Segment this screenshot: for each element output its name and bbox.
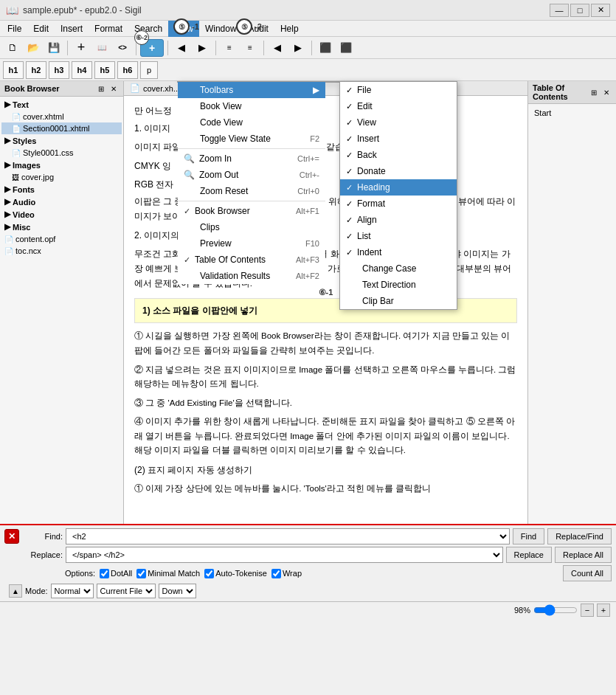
tree-toc-ncx[interactable]: 📄 toc.ncx <box>1 245 122 257</box>
menu-help[interactable]: Help <box>274 21 305 37</box>
submenu-indent[interactable]: ✓ Indent <box>340 244 457 260</box>
menu-file[interactable]: File <box>1 21 27 37</box>
heading-h1-button[interactable]: h1 <box>3 61 24 79</box>
book-view-button[interactable]: 📖 <box>92 39 111 57</box>
view-toc-item[interactable]: ✓ Table Of Contents Alt+F3 <box>178 252 325 268</box>
submenu-changecase[interactable]: Change Case <box>340 260 457 277</box>
tree-style0001[interactable]: 📄 Style0001.css <box>1 147 122 159</box>
tree-section0001[interactable]: 📄 Section0001.xhtml <box>1 122 122 134</box>
submenu-align[interactable]: ✓ Align <box>340 212 457 228</box>
toolbar-separator3 <box>167 41 168 55</box>
scope-select[interactable]: Current File All Files <box>97 584 156 598</box>
view-bookbrowser-item[interactable]: ✓ Book Browser Alt+F1 <box>178 203 325 219</box>
heading-h5-button[interactable]: h5 <box>94 61 115 79</box>
view-toolbars-item[interactable]: Toolbars ▶ <box>178 82 325 98</box>
dotall-option[interactable]: DotAll <box>100 569 132 578</box>
indent-out[interactable]: ◀ <box>268 39 287 57</box>
zoom-out-button[interactable]: − <box>581 604 594 617</box>
direction-select[interactable]: Down Up <box>159 584 196 598</box>
replace-find-button[interactable]: Replace/Find <box>547 528 612 544</box>
mode-select[interactable]: Normal Regex <box>51 584 94 598</box>
heading-h4-button[interactable]: h4 <box>72 61 92 79</box>
mode-prev-button[interactable]: ▲ <box>9 584 22 598</box>
save-button[interactable]: 💾 <box>44 39 63 57</box>
check-toc: ✓ <box>184 255 190 265</box>
menu-format[interactable]: Format <box>89 21 128 37</box>
menu-edit[interactable]: Edit <box>27 21 55 37</box>
tree-images-folder[interactable]: ▶ Images <box>1 159 122 171</box>
tree-text-folder[interactable]: ▶ Text <box>1 98 122 111</box>
view-zoomout-item[interactable]: 🔍 Zoom Out Ctrl+- <box>178 167 325 183</box>
tree-audio-folder[interactable]: ▶ Audio <box>1 196 122 208</box>
view-bookview-item[interactable]: Book View <box>178 98 325 114</box>
close-button[interactable]: ✕ <box>591 4 610 17</box>
submenu-list[interactable]: ✓ List <box>340 228 457 244</box>
tree-misc-folder[interactable]: ▶ Misc <box>1 221 122 233</box>
tree-fonts-folder[interactable]: ▶ Fonts <box>1 183 122 196</box>
toc-float[interactable]: ⊞ <box>589 87 599 97</box>
heading-h3-button[interactable]: h3 <box>49 61 69 79</box>
submenu-format[interactable]: ✓ Format <box>340 196 457 212</box>
toc-title: Table Of Contents <box>533 83 589 101</box>
replace-button[interactable]: Replace <box>506 547 552 563</box>
submenu-file[interactable]: ✓ File <box>340 82 457 98</box>
img-icon: 🖼 <box>12 173 19 181</box>
maximize-button[interactable]: □ <box>570 4 589 17</box>
heading-h6-button[interactable]: h6 <box>117 61 138 79</box>
list-ul[interactable]: ≡ <box>240 39 260 57</box>
heading-h2-button[interactable]: h2 <box>26 61 46 79</box>
tree-content-opf[interactable]: 📄 content.opf <box>1 233 122 245</box>
tree-styles-folder[interactable]: ▶ Styles <box>1 134 122 147</box>
book-browser-float[interactable]: ⊞ <box>96 83 106 94</box>
new-button[interactable]: 🗋 <box>3 39 22 57</box>
indent-in[interactable]: ▶ <box>288 39 308 57</box>
submenu-insert[interactable]: ✓ Insert <box>340 131 457 147</box>
replace-input[interactable]: </span> </h2> <box>66 547 503 563</box>
minimize-button[interactable]: — <box>550 4 569 17</box>
scroll-right[interactable]: ▶ <box>193 39 212 57</box>
find-input[interactable]: <h2 <box>66 528 510 544</box>
toc-close[interactable]: ✕ <box>601 87 612 97</box>
add-existing-button[interactable]: + <box>72 39 91 57</box>
submenu-back[interactable]: ✓ Back <box>340 147 457 163</box>
count-all-button[interactable]: Count All <box>563 565 612 581</box>
book-browser-tree: ▶ Text 📄 cover.xhtml 📄 Section0001.xhtml… <box>0 97 123 524</box>
toc-item-start[interactable]: Start <box>531 107 613 119</box>
view-zoomin-item[interactable]: 🔍 Zoom In Ctrl+= <box>178 151 325 167</box>
submenu-textdir[interactable]: Text Direction <box>340 277 457 293</box>
book-browser-close[interactable]: ✕ <box>108 83 119 94</box>
code-view-button[interactable]: <> <box>113 39 132 57</box>
align-left[interactable]: ⬛ <box>316 39 335 57</box>
view-clips-item[interactable]: Clips <box>178 219 325 235</box>
replace-row: Replace: </span> </h2> Replace Replace A… <box>4 547 612 563</box>
replace-all-button[interactable]: Replace All <box>555 547 612 563</box>
open-button[interactable]: 📂 <box>24 39 43 57</box>
menu-insert[interactable]: Insert <box>55 21 89 37</box>
minimalmatch-option[interactable]: Minimal Match <box>136 569 200 578</box>
submenu-view[interactable]: ✓ View <box>340 114 457 131</box>
align-right[interactable]: ⬛ <box>336 39 356 57</box>
zoom-slider[interactable] <box>533 604 578 616</box>
heading-p-button[interactable]: p <box>140 61 158 79</box>
scroll-left[interactable]: ◀ <box>172 39 191 57</box>
autotokenise-option[interactable]: Auto-Tokenise <box>204 569 267 578</box>
submenu-heading[interactable]: ✓ Heading <box>340 179 457 196</box>
submenu-clipbar[interactable]: Clip Bar <box>340 293 457 309</box>
wrap-option[interactable]: Wrap <box>271 569 302 578</box>
tree-cover-jpg[interactable]: 🖼 cover.jpg <box>1 171 122 183</box>
view-preview-item[interactable]: Preview F10 <box>178 235 325 252</box>
title-text: sample.epub* - epub2.0 - Sigil <box>23 5 550 15</box>
view-validation-item[interactable]: Validation Results Alt+F2 <box>178 268 325 284</box>
list-ol[interactable]: ≡ <box>220 39 239 57</box>
submenu-edit[interactable]: ✓ Edit <box>340 98 457 114</box>
view-zoomreset-item[interactable]: Zoom Reset Ctrl+0 <box>178 183 325 199</box>
close-search-icon[interactable]: ✕ <box>4 529 19 544</box>
view-toggleview-item[interactable]: Toggle View State F2 <box>178 131 325 147</box>
submenu-donate[interactable]: ✓ Donate <box>340 163 457 179</box>
find-button[interactable]: Find <box>513 528 544 544</box>
view-codeview-item[interactable]: Code View <box>178 114 325 131</box>
tree-cover-xhtml[interactable]: 📄 cover.xhtml <box>1 111 122 122</box>
annotation-5-2: ⑤ -2 <box>236 18 262 35</box>
tree-video-folder[interactable]: ▶ Video <box>1 208 122 221</box>
zoom-in-button[interactable]: + <box>597 604 610 617</box>
